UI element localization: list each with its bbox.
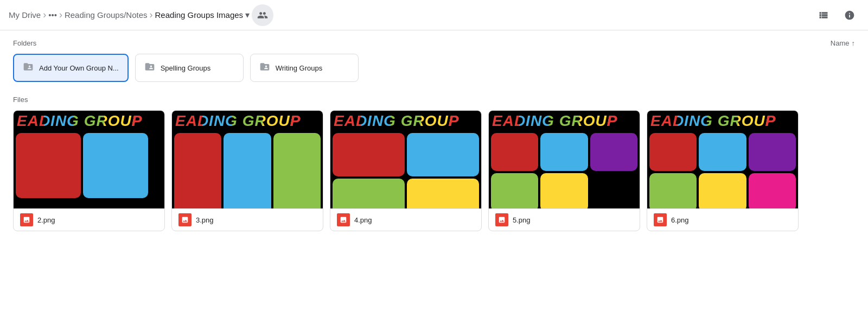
file-type-icon-2 xyxy=(20,213,33,226)
file-type-icon-3 xyxy=(178,213,192,226)
folders-grid: Add Your Own Group N... Spelling Groups … xyxy=(13,54,855,82)
file-footer-6: 6.png xyxy=(647,208,798,231)
breadcrumb-current-label: Reading Groups Images xyxy=(155,10,244,20)
file-thumbnail-5: EADING GROUP xyxy=(489,111,640,208)
file-footer-5: 5.png xyxy=(489,208,640,231)
breadcrumb-sep-2: › xyxy=(59,9,62,21)
file-type-icon-6 xyxy=(654,213,667,226)
header: My Drive › ••• › Reading Groups/Notes › … xyxy=(0,0,868,30)
file-name-2: 2.png xyxy=(37,216,55,224)
file-thumbnail-4: EADING GROUP xyxy=(330,111,481,208)
file-name-5: 5.png xyxy=(513,216,531,224)
file-card-4[interactable]: EADING GROUP 4.png xyxy=(330,110,482,231)
file-type-icon-4 xyxy=(337,213,350,226)
folder-shared-icon-spelling xyxy=(144,61,155,75)
folder-name-spelling: Spelling Groups xyxy=(161,64,211,72)
file-name-3: 3.png xyxy=(196,216,214,224)
breadcrumb-my-drive[interactable]: My Drive xyxy=(9,10,41,20)
folder-item-add-own[interactable]: Add Your Own Group N... xyxy=(13,54,129,82)
file-card-6[interactable]: EADING GROUP xyxy=(647,110,799,231)
breadcrumb-reading-groups-notes[interactable]: Reading Groups/Notes xyxy=(65,10,148,20)
folder-shared-icon-writing xyxy=(259,61,270,75)
folders-section-header: Folders Name ↑ xyxy=(13,39,855,47)
file-thumbnail-2: EADING GROUP xyxy=(14,111,164,208)
files-grid: EADING GROUP 2.png xyxy=(13,110,855,231)
sort-label: Name xyxy=(831,39,850,47)
breadcrumb-sep-1: › xyxy=(43,9,46,21)
list-view-button[interactable] xyxy=(814,5,833,25)
header-actions xyxy=(814,5,859,25)
chevron-down-icon[interactable]: ▾ xyxy=(245,10,250,20)
folder-item-spelling[interactable]: Spelling Groups xyxy=(135,54,244,82)
folder-name-add-own: Add Your Own Group N... xyxy=(39,64,119,72)
file-card-5[interactable]: EADING GROUP 5.png xyxy=(488,110,640,231)
file-footer-3: 3.png xyxy=(172,208,323,231)
files-section: Files EADING GROUP xyxy=(13,95,855,231)
folder-item-writing[interactable]: Writing Groups xyxy=(250,54,359,82)
sort-control[interactable]: Name ↑ xyxy=(831,39,855,47)
file-card-2[interactable]: EADING GROUP 2.png xyxy=(13,110,165,231)
breadcrumb: My Drive › ••• › Reading Groups/Notes › … xyxy=(9,4,814,26)
file-footer-2: 2.png xyxy=(14,208,164,231)
main-content: Folders Name ↑ Add Your Own Group N... S… xyxy=(0,30,868,240)
file-type-icon-5 xyxy=(495,213,508,226)
file-footer-4: 4.png xyxy=(330,208,481,231)
folders-label: Folders xyxy=(13,39,36,47)
files-label: Files xyxy=(13,96,28,104)
folder-name-writing: Writing Groups xyxy=(276,64,322,72)
file-thumbnail-3: EADING GROUP xyxy=(172,111,323,208)
folder-shared-icon-add-own xyxy=(23,61,34,75)
file-card-3[interactable]: EADING GROUP 3.png xyxy=(171,110,323,231)
info-button[interactable] xyxy=(840,5,859,25)
file-thumbnail-6: EADING GROUP xyxy=(647,111,798,208)
file-name-4: 4.png xyxy=(354,216,372,224)
sort-asc-icon: ↑ xyxy=(852,39,856,47)
breadcrumb-current-folder: Reading Groups Images ▾ xyxy=(155,10,250,20)
file-name-6: 6.png xyxy=(671,216,689,224)
breadcrumb-sep-3: › xyxy=(150,9,153,21)
breadcrumb-ellipsis[interactable]: ••• xyxy=(48,10,57,20)
shared-drive-icon[interactable] xyxy=(252,4,273,26)
